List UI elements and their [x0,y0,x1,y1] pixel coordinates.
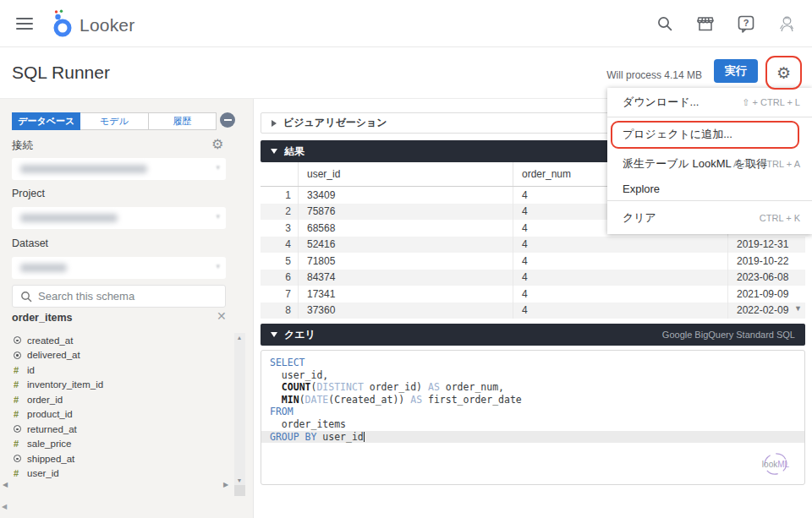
table-row[interactable]: 68437442023-06-08 [261,270,805,286]
menu-item-shortcut: ALT + CTRL + A [733,159,800,169]
row-number: 5 [261,253,298,270]
sidebar-tab-1[interactable]: モデル [80,112,148,130]
field-item-id[interactable]: #id [0,363,234,378]
field-item-returned_at[interactable]: returned_at [0,422,234,437]
schema-table-name: order_items [12,312,73,324]
row-number-header [261,162,298,186]
lookml-badge[interactable]: lookML [759,450,793,477]
process-size-note: Will process 4.14 MB [606,69,702,81]
number-field-icon: # [14,410,27,418]
menu-item-label: Explore [623,183,660,195]
cell-order_num: 4 [513,286,727,303]
field-item-inventory_item_id[interactable]: #inventory_item_id [0,378,234,393]
sql-line-3: MIN(DATE(Created_at)) AS first_order_dat… [261,394,804,406]
field-name: id [27,365,35,375]
row-number: 6 [261,270,298,286]
cell-first_order_date: 2019-10-22 [727,253,805,270]
cell-order_num: 4 [513,303,727,319]
project-select[interactable]: ▾ [12,207,226,229]
field-item-delivered_at[interactable]: delivered_at [0,348,234,363]
connection-select[interactable]: ▾ [12,158,226,180]
page-title: SQL Runner [12,63,110,83]
field-item-order_id[interactable]: #order_id [0,392,234,407]
table-row[interactable]: 83736042022-02-09 [261,303,805,319]
table-row[interactable]: 45241642019-12-31 [261,237,805,254]
time-field-icon [14,455,27,462]
field-list-vertical-scrollbar[interactable]: ▲ ▼ [234,333,245,485]
help-icon[interactable]: ? [736,14,756,34]
schema-search[interactable] [12,285,226,308]
field-item-sale_price[interactable]: #sale_price [0,437,234,452]
menu-item-2[interactable]: 派生テーブル LookML を取得ALT + CTRL + A [607,151,812,177]
visualization-label: ビジュアリゼーション [283,116,387,130]
dataset-select[interactable]: ▾ [12,257,226,279]
scroll-down-icon[interactable]: ▼ [237,477,243,483]
cell-user_id: 71805 [298,253,513,270]
sql-dialect-label: Google BigQuery Standard SQL [662,330,795,340]
hamburger-menu-icon[interactable] [16,18,33,30]
table-row[interactable]: 71734142021-09-09 [261,286,805,303]
cell-user_id: 17341 [298,286,513,303]
query-section-header[interactable]: クエリ Google BigQuery Standard SQL [261,324,805,346]
search-icon[interactable] [655,14,675,34]
connection-label: 接続 [12,139,33,153]
scroll-left-icon[interactable]: ◀ [3,481,8,488]
run-button[interactable]: 実行 [714,59,758,83]
field-name: delivered_at [27,350,80,360]
sql-runner-screen: Looker ? [0,0,812,518]
collapse-sidebar-button[interactable] [220,112,235,128]
menu-item-label: プロジェクトに追加... [623,127,732,142]
field-list: created_atdelivered_at#id#inventory_item… [0,333,234,485]
schema-search-input[interactable] [38,290,207,303]
time-field-icon [14,336,27,344]
field-item-product_id[interactable]: #product_id [0,407,234,423]
lookml-badge-text: look [762,460,777,469]
page-scroll-left-icon[interactable]: ◀ [2,503,7,510]
search-icon [20,291,32,303]
scrollbar-corner [234,485,245,496]
field-name: returned_at [27,424,77,434]
cell-first_order_date: 2021-09-09 [727,286,805,303]
menu-item-1[interactable]: プロジェクトに追加... [607,117,812,151]
settings-gear-icon[interactable]: ⚙ [770,58,798,87]
scroll-right-icon[interactable]: ▶ [223,481,228,488]
expand-right-icon [272,120,277,127]
close-icon[interactable]: ✕ [217,309,227,323]
time-field-icon [14,352,27,359]
collapse-down-icon [271,332,277,337]
sidebar-tab-2[interactable]: 履歴 [149,112,217,130]
field-item-created_at[interactable]: created_at [0,333,234,348]
menu-item-4[interactable]: クリアCTRL + K [607,201,812,235]
sidebar-tab-0[interactable]: データベース [12,112,80,130]
results-label: 結果 [284,144,304,159]
field-item-shipped_at[interactable]: shipped_at [0,451,234,466]
row-number: 8 [261,303,298,319]
cell-order_num: 4 [513,237,727,254]
cell-user_id: 84374 [298,270,513,286]
cell-first_order_date: 2019-12-31 [727,237,805,254]
looker-logo[interactable]: Looker [51,9,134,41]
cell-user_id: 75876 [298,204,513,221]
table-row[interactable]: 57180542019-10-22 [261,253,805,270]
account-avatar-icon[interactable] [776,14,797,34]
sql-editor[interactable]: SELECT user_id, COUNT(DISTINCT order_id)… [261,350,805,485]
menu-item-0[interactable]: ダウンロード...⇧ + CTRL + L [607,88,812,117]
table-scroll-down-icon[interactable]: ▼ [794,304,802,313]
field-name: sale_price [27,439,71,449]
column-header-user_id[interactable]: user_id [298,162,513,186]
connection-gear-icon[interactable]: ⚙ [211,136,223,152]
field-name: shipped_at [27,454,74,464]
sidebar-tabs: データベースモデル履歴 [12,112,217,130]
redacted-connection-value [20,165,147,173]
lookml-badge-ml: ML [777,460,789,469]
topbar: Looker ? [0,0,812,47]
row-number: 1 [261,187,298,204]
cell-first_order_date: 2023-06-08 [727,270,805,286]
redacted-dataset-value [20,264,67,272]
marketplace-icon[interactable] [695,14,716,34]
menu-item-3[interactable]: Explore [607,177,812,200]
scroll-up-icon[interactable]: ▲ [237,335,243,341]
field-name: product_id [27,409,73,419]
chevron-down-icon: ▾ [216,163,220,172]
field-item-user_id[interactable]: #user_id [0,466,234,482]
